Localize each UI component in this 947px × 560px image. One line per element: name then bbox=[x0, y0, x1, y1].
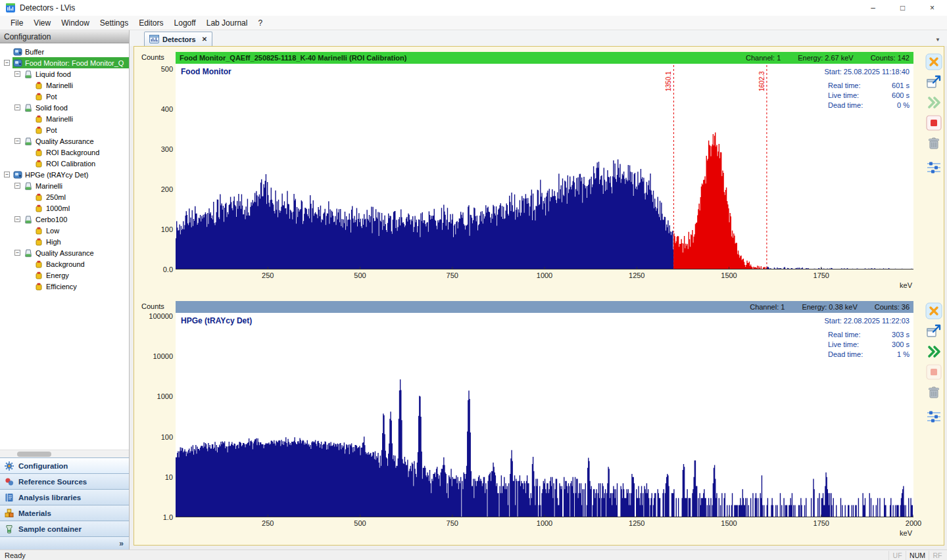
tree-item-1000ml[interactable]: 1000ml bbox=[0, 202, 129, 214]
tab-detectors[interactable]: Detectors ✕ bbox=[144, 32, 212, 46]
expander-minus-icon[interactable]: − bbox=[14, 71, 20, 77]
sidebar-nav-sample-container[interactable]: Sample container bbox=[0, 521, 129, 536]
library-icon bbox=[4, 492, 14, 503]
expander-minus-icon[interactable]: − bbox=[4, 172, 10, 177]
tab-close-icon[interactable]: ✕ bbox=[202, 35, 207, 43]
menu-item-window[interactable]: Window bbox=[56, 18, 95, 28]
tree-item-roi-background[interactable]: ROI Background bbox=[0, 147, 129, 158]
expander-minus-icon[interactable]: − bbox=[14, 138, 20, 144]
roi-boundary-label: 1602.3 bbox=[758, 71, 765, 91]
tree-item-liquid-food[interactable]: −Liquid food bbox=[0, 68, 129, 80]
sidebar-nav-materials[interactable]: Materials bbox=[0, 505, 129, 521]
start-acquisition-button[interactable] bbox=[925, 343, 942, 360]
tree-item-hpge-traycy-det[interactable]: −HPGe (tRAYcy Det) bbox=[0, 169, 129, 180]
tree-item-energy[interactable]: Energy bbox=[0, 269, 129, 281]
tree-item-content: Efficiency bbox=[34, 281, 129, 292]
y-axis-0: 5004003002001000.0 bbox=[137, 64, 176, 269]
acquisition-settings-button[interactable] bbox=[925, 408, 942, 425]
tree-item-content: Pot bbox=[34, 124, 129, 135]
scrollbar-thumb[interactable] bbox=[17, 452, 51, 457]
tree-horizontal-scrollbar[interactable] bbox=[0, 450, 129, 457]
menu-item-file[interactable]: File bbox=[5, 18, 28, 28]
tree-item-quality-assurance[interactable]: −Quality Assurance bbox=[0, 247, 129, 258]
close-spectrum-button[interactable] bbox=[925, 53, 942, 70]
sidebar-nav-analysis-libraries[interactable]: Analysis libraries bbox=[0, 489, 129, 505]
tree-item-quality-assurance[interactable]: −Quality Assurance bbox=[0, 135, 129, 147]
menu-item-lab-journal[interactable]: Lab Journal bbox=[201, 18, 253, 28]
x-tick-label: 1750 bbox=[813, 271, 829, 279]
tree-item-content: Liquid food bbox=[23, 68, 129, 80]
config-tree: Buffer−Food Monitor: Food Monitor_Q−Liqu… bbox=[0, 43, 129, 450]
tree-item-pot[interactable]: Pot bbox=[0, 124, 129, 135]
expander-minus-icon[interactable]: − bbox=[14, 216, 20, 222]
tree-item-250ml[interactable]: 250ml bbox=[0, 191, 129, 202]
tree-item-background[interactable]: Background bbox=[0, 258, 129, 269]
tree-item-roi-calibration[interactable]: ROI Calibration bbox=[0, 158, 129, 169]
x-tick-label: 1250 bbox=[629, 271, 644, 279]
sidebar-nav-reference-sources[interactable]: Reference Sources bbox=[0, 473, 129, 489]
tree-item-low[interactable]: Low bbox=[0, 225, 129, 236]
x-axis-0: keV 2505007501000125015001750 bbox=[176, 269, 913, 291]
content-area: Detectors ✕ ▼ Counts Food Monitor_QAEff_… bbox=[130, 30, 947, 549]
expander-minus-icon[interactable]: − bbox=[14, 250, 20, 256]
expander-minus-icon[interactable]: − bbox=[4, 60, 10, 66]
tree-item-content: Quality Assurance bbox=[23, 135, 129, 147]
spectrum-header-1[interactable]: Channel: 1 Energy: 0.38 keV Counts: 36 bbox=[176, 301, 913, 313]
tree-item-marinelli[interactable]: Marinelli bbox=[0, 113, 129, 124]
tree-item-pot[interactable]: Pot bbox=[0, 91, 129, 102]
tree-item-cerbo100[interactable]: −Cerbo100 bbox=[0, 214, 129, 225]
spectrum-plot-area-0[interactable]: 1350.11602.3 Food Monitor Start: 25.08.2… bbox=[176, 64, 913, 269]
tree-item-high[interactable]: High bbox=[0, 236, 129, 247]
acquisition-settings-button[interactable] bbox=[925, 159, 942, 176]
clear-spectrum-button[interactable] bbox=[925, 384, 942, 401]
tree-item-label: Liquid food bbox=[36, 70, 72, 78]
spectrum-tab-icon bbox=[149, 35, 159, 43]
x-tick-label: 750 bbox=[447, 519, 458, 527]
spectrum-header-0[interactable]: Food Monitor_QAEff_250825-1118_K-40 Mari… bbox=[176, 52, 913, 64]
geometry-icon bbox=[34, 159, 43, 168]
menu-item-view[interactable]: View bbox=[28, 18, 56, 28]
tree-item-marinelli[interactable]: Marinelli bbox=[0, 80, 129, 91]
stop-icon bbox=[925, 363, 942, 381]
tree-item-solid-food[interactable]: −Solid food bbox=[0, 102, 129, 113]
expander-minus-icon[interactable]: − bbox=[14, 105, 20, 110]
export-spectrum-button[interactable] bbox=[925, 74, 942, 91]
scroll-left-arrow-icon[interactable] bbox=[1, 452, 7, 457]
tree-item-label: High bbox=[46, 238, 62, 246]
expander-minus-icon[interactable]: − bbox=[14, 183, 20, 189]
clear-spectrum-button[interactable] bbox=[925, 135, 942, 152]
x-tick-label: 1000 bbox=[537, 271, 552, 279]
spectrum-plot-area-1[interactable]: HPGe (tRAYcy Det) Start: 22.08.2025 11:2… bbox=[176, 313, 913, 517]
close-button[interactable]: × bbox=[917, 0, 947, 16]
configuration-sidebar: Configuration Buffer−Food Monitor: Food … bbox=[0, 30, 130, 549]
tree-item-content: Low bbox=[34, 225, 129, 236]
menu-item-settings[interactable]: Settings bbox=[95, 18, 134, 28]
geometry-icon bbox=[34, 193, 43, 202]
tree-item-marinelli[interactable]: −Marinelli bbox=[0, 180, 129, 191]
minimize-button[interactable]: – bbox=[858, 0, 888, 16]
y-tick-label: 100 bbox=[161, 225, 173, 233]
sidebar-more-button[interactable]: » bbox=[0, 536, 129, 549]
stop-acquisition-button[interactable] bbox=[925, 363, 942, 381]
x-tick-label: 1000 bbox=[537, 519, 552, 527]
menu-item-help[interactable]: ? bbox=[253, 18, 268, 28]
scroll-right-arrow-icon[interactable] bbox=[122, 452, 128, 457]
tree-item-label: HPGe (tRAYcy Det) bbox=[25, 171, 89, 179]
sidebar-nav-configuration[interactable]: Configuration bbox=[0, 457, 129, 473]
stop-acquisition-button[interactable] bbox=[925, 114, 942, 131]
y-tick-label: 1000 bbox=[157, 392, 173, 400]
detector-name-label: Food Monitor bbox=[181, 67, 231, 76]
close-spectrum-button[interactable] bbox=[925, 302, 942, 319]
tab-overflow-icon[interactable]: ▼ bbox=[935, 37, 940, 43]
menu-item-editors[interactable]: Editors bbox=[134, 18, 168, 28]
roi-boundary-label: 1350.1 bbox=[665, 71, 672, 91]
tree-item-food-monitor-food-monitor-q[interactable]: −Food Monitor: Food Monitor_Q bbox=[0, 57, 129, 68]
category-icon bbox=[24, 181, 33, 191]
start-acquisition-button[interactable] bbox=[925, 94, 942, 111]
export-spectrum-button[interactable] bbox=[925, 323, 942, 340]
menu-item-logoff[interactable]: Logoff bbox=[169, 18, 201, 28]
maximize-button[interactable]: □ bbox=[888, 0, 917, 16]
tree-item-buffer[interactable]: Buffer bbox=[0, 46, 129, 57]
tree-item-efficiency[interactable]: Efficiency bbox=[0, 281, 129, 292]
x-tick-label: 250 bbox=[262, 271, 274, 279]
